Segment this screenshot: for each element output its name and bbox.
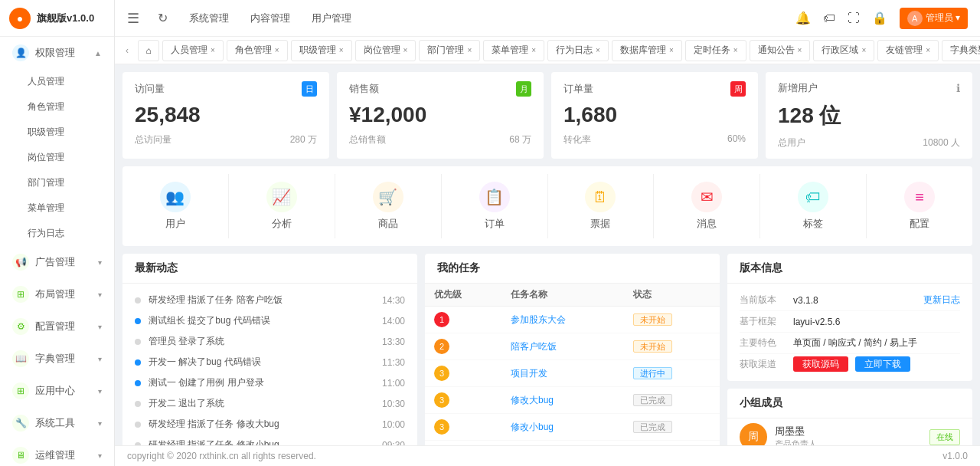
dot-icon — [135, 359, 141, 366]
stat-visits-badge: 日 — [302, 81, 317, 97]
sidebar-item-permissions[interactable]: 👤 权限管理 ▲ — [0, 37, 114, 69]
status-badge: 已完成 — [633, 421, 672, 433]
sidebar-item-dict[interactable]: 📖 字典管理 ▾ — [0, 343, 114, 375]
sidebar-item-ads[interactable]: 📢 广告管理 ▾ — [0, 246, 114, 278]
team-title: 小组成员 — [727, 389, 972, 418]
tasks-col-status: 状态 — [624, 284, 720, 307]
tasks-table: 优先级 任务名称 状态 1 参加股东大会 未开始 — [425, 284, 720, 441]
nav-content[interactable]: 内容管理 — [247, 11, 293, 25]
stat-orders: 订单量 周 1,680 转化率 60% — [551, 72, 758, 159]
source-code-button[interactable]: 获取源码 — [793, 356, 848, 372]
activity-text: 研发经理 指派了任务 修改小bug — [149, 438, 382, 445]
tab-departments[interactable]: 部门管理 × — [419, 40, 480, 61]
sidebar-item-config[interactable]: ⚙ 配置管理 ▾ — [0, 310, 114, 343]
stat-orders-badge: 周 — [730, 81, 746, 97]
tab-prev-button[interactable]: ‹ — [118, 40, 136, 61]
status-badge: 已完成 — [633, 394, 672, 406]
list-item: 研发经理 指派了任务 修改大bug 10:00 — [122, 414, 417, 435]
stat-visits-label: 访问量 — [135, 82, 165, 96]
tab-home-button[interactable]: ⌂ — [138, 40, 159, 61]
task-link[interactable]: 修改小bug — [511, 422, 554, 432]
tab-scheduler[interactable]: 定时任务 × — [685, 40, 746, 61]
task-link[interactable]: 修改大bug — [511, 395, 554, 405]
sidebar-item-apps-label: 应用中心 — [35, 384, 75, 398]
qa-messages-label: 消息 — [697, 217, 717, 231]
task-link[interactable]: 项目开发 — [511, 368, 547, 379]
tag-icon[interactable]: 🏷 — [823, 11, 835, 25]
tab-notices[interactable]: 通知公告 × — [750, 40, 811, 61]
qa-users[interactable]: 👥 用户 — [122, 174, 229, 238]
qa-messages[interactable]: ✉ 消息 — [654, 174, 760, 238]
priority-badge: 1 — [434, 312, 449, 327]
download-button[interactable]: 立即下载 — [855, 356, 910, 372]
qa-orders-icon: 📋 — [479, 182, 510, 212]
sidebar-sub-behavior[interactable]: 行为日志 — [0, 221, 114, 246]
qa-config[interactable]: ≡ 配置 — [867, 174, 972, 238]
tab-database[interactable]: 数据库管理 × — [612, 40, 682, 61]
sidebar-sub-menus[interactable]: 菜单管理 — [0, 195, 114, 221]
sidebar-item-tools[interactable]: 🔧 系统工具 ▾ — [0, 407, 114, 439]
tab-links[interactable]: 友链管理 × — [877, 40, 939, 61]
tabs-bar: ‹ ⌂ 人员管理 × 角色管理 × 职级管理 × 岗位管理 × 部门管理 × 菜… — [115, 37, 980, 64]
stat-new-users: 新增用户 ℹ 128 位 总用户 10800 人 — [766, 72, 972, 159]
version-current-val: v3.1.8 — [793, 295, 917, 306]
qa-tags[interactable]: 🏷 标签 — [760, 174, 867, 238]
qa-bills[interactable]: 🗓 票据 — [548, 174, 655, 238]
member-name: 周墨墨 — [775, 425, 929, 438]
version-features-val: 单页面 / 响应式 / 简约 / 易上手 — [793, 336, 960, 350]
activity-time: 09:30 — [382, 440, 405, 446]
nav-system[interactable]: 系统管理 — [186, 11, 232, 25]
stat-sales-footer-left: 总销售额 — [349, 133, 386, 146]
sidebar-sub-roles[interactable]: 角色管理 — [0, 94, 114, 120]
qa-config-icon: ≡ — [904, 182, 935, 212]
sidebar-sub-ranks[interactable]: 职级管理 — [0, 120, 114, 145]
qa-users-label: 用户 — [165, 217, 185, 231]
quick-actions-grid: 👥 用户 📈 分析 🛒 商品 📋 订单 — [122, 174, 972, 238]
tasks-panel: 我的任务 优先级 任务名称 状态 — [425, 254, 720, 445]
stat-newusers-value: 128 位 — [778, 101, 960, 130]
table-row: 3 修改小bug 已完成 — [425, 414, 720, 441]
refresh-icon[interactable]: ↻ — [158, 11, 168, 25]
qa-analytics[interactable]: 📈 分析 — [229, 174, 335, 238]
footer-version: v1.0.0 — [942, 451, 968, 461]
stat-newusers-label: 新增用户 — [778, 81, 818, 95]
version-current-key: 当前版本 — [740, 294, 793, 307]
activity-time: 14:00 — [382, 316, 405, 327]
stat-visits-footer-left: 总访问量 — [135, 133, 172, 146]
fullscreen-icon[interactable]: ⛶ — [848, 11, 860, 25]
tab-positions[interactable]: 岗位管理 × — [355, 40, 416, 61]
tab-dict-types[interactable]: 字典类型 × — [942, 40, 980, 61]
tab-behavior[interactable]: 行为日志 × — [547, 40, 609, 61]
dot-icon — [135, 297, 141, 304]
list-item: 测试组长 提交了bug 代码错误 14:00 — [122, 310, 417, 331]
qa-products[interactable]: 🛒 商品 — [335, 174, 442, 238]
activity-time: 13:30 — [382, 336, 405, 347]
sidebar-sub-positions[interactable]: 岗位管理 — [0, 145, 114, 170]
menu-toggle-icon[interactable]: ☰ — [127, 10, 139, 27]
sidebar-sub-departments[interactable]: 部门管理 — [0, 170, 114, 195]
sidebar-sub-personnel[interactable]: 人员管理 — [0, 69, 114, 94]
stat-newusers-footer-right: 10800 人 — [923, 136, 960, 149]
lock-icon[interactable]: 🔒 — [872, 11, 887, 25]
qa-orders[interactable]: 📋 订单 — [442, 174, 548, 238]
tab-ranks[interactable]: 职级管理 × — [291, 40, 352, 61]
task-link[interactable]: 参加股东大会 — [511, 314, 566, 325]
list-item: 测试一 创建了用例 用户登录 11:00 — [122, 372, 417, 393]
tab-regions[interactable]: 行政区域 × — [813, 40, 874, 61]
qa-products-label: 商品 — [378, 217, 398, 231]
stat-visits-footer-right: 280 万 — [290, 133, 317, 146]
task-link[interactable]: 陪客户吃饭 — [511, 341, 557, 352]
table-row: 3 项目开发 进行中 — [425, 360, 720, 387]
sidebar-item-ops[interactable]: 🖥 运维管理 ▾ — [0, 439, 114, 466]
tab-roles[interactable]: 角色管理 × — [227, 40, 288, 61]
admin-button[interactable]: A 管理员 ▾ — [900, 8, 968, 29]
sidebar-item-layout[interactable]: ⊞ 布局管理 ▾ — [0, 278, 114, 310]
update-log-link[interactable]: 更新日志 — [923, 294, 960, 307]
list-item: 开发一 解决了bug 代码错误 11:30 — [122, 352, 417, 372]
tab-menus[interactable]: 菜单管理 × — [483, 40, 544, 61]
sidebar-item-ops-label: 运维管理 — [35, 448, 75, 462]
notification-icon[interactable]: 🔔 — [795, 11, 811, 25]
sidebar-item-apps[interactable]: ⊞ 应用中心 ▾ — [0, 375, 114, 407]
tab-personnel[interactable]: 人员管理 × — [162, 40, 224, 61]
nav-users[interactable]: 用户管理 — [309, 11, 354, 25]
